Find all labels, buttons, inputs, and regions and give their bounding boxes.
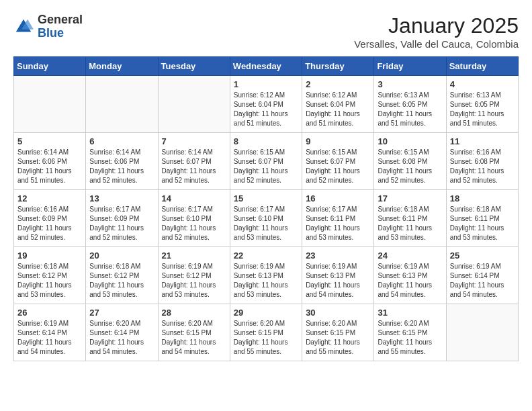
- day-cell: 27Sunrise: 6:20 AM Sunset: 6:14 PM Dayli…: [86, 304, 158, 361]
- day-info: Sunrise: 6:14 AM Sunset: 6:07 PM Dayligh…: [162, 148, 226, 185]
- day-cell: 12Sunrise: 6:16 AM Sunset: 6:09 PM Dayli…: [14, 190, 86, 247]
- day-number: 2: [306, 79, 370, 89]
- day-cell: 21Sunrise: 6:19 AM Sunset: 6:12 PM Dayli…: [158, 247, 230, 304]
- day-number: 28: [162, 308, 226, 318]
- day-number: 15: [234, 193, 298, 203]
- day-info: Sunrise: 6:17 AM Sunset: 6:11 PM Dayligh…: [306, 205, 370, 242]
- day-info: Sunrise: 6:19 AM Sunset: 6:14 PM Dayligh…: [17, 319, 82, 357]
- day-number: 17: [378, 193, 442, 203]
- day-cell: 20Sunrise: 6:18 AM Sunset: 6:12 PM Dayli…: [86, 247, 158, 304]
- weekday-header-sunday: Sunday: [14, 57, 86, 76]
- day-cell: 28Sunrise: 6:20 AM Sunset: 6:15 PM Dayli…: [158, 304, 230, 361]
- day-number: 16: [306, 193, 370, 203]
- day-info: Sunrise: 6:19 AM Sunset: 6:13 PM Dayligh…: [378, 262, 442, 300]
- day-cell: 26Sunrise: 6:19 AM Sunset: 6:14 PM Dayli…: [14, 304, 86, 361]
- day-cell: 29Sunrise: 6:20 AM Sunset: 6:15 PM Dayli…: [230, 304, 302, 361]
- day-cell: 24Sunrise: 6:19 AM Sunset: 6:13 PM Dayli…: [374, 247, 446, 304]
- day-info: Sunrise: 6:19 AM Sunset: 6:13 PM Dayligh…: [234, 262, 298, 300]
- day-number: 23: [306, 250, 370, 261]
- day-cell: 25Sunrise: 6:19 AM Sunset: 6:14 PM Dayli…: [446, 247, 518, 304]
- weekday-header-saturday: Saturday: [446, 57, 518, 76]
- day-info: Sunrise: 6:17 AM Sunset: 6:10 PM Dayligh…: [234, 205, 298, 242]
- day-cell: [86, 76, 158, 133]
- day-cell: 8Sunrise: 6:15 AM Sunset: 6:07 PM Daylig…: [230, 133, 302, 190]
- day-info: Sunrise: 6:12 AM Sunset: 6:04 PM Dayligh…: [234, 91, 298, 128]
- day-number: 11: [450, 136, 515, 146]
- title-block: January 2025 Versalles, Valle del Cauca,…: [354, 13, 519, 50]
- day-info: Sunrise: 6:20 AM Sunset: 6:15 PM Dayligh…: [306, 319, 370, 357]
- day-cell: 9Sunrise: 6:15 AM Sunset: 6:07 PM Daylig…: [302, 133, 374, 190]
- day-cell: 30Sunrise: 6:20 AM Sunset: 6:15 PM Dayli…: [302, 304, 374, 361]
- day-number: 6: [89, 136, 154, 146]
- day-info: Sunrise: 6:17 AM Sunset: 6:10 PM Dayligh…: [162, 205, 226, 242]
- day-info: Sunrise: 6:18 AM Sunset: 6:11 PM Dayligh…: [378, 205, 442, 242]
- logo-general: General: [38, 13, 83, 27]
- day-info: Sunrise: 6:16 AM Sunset: 6:09 PM Dayligh…: [17, 205, 82, 242]
- day-number: 20: [89, 250, 154, 261]
- day-info: Sunrise: 6:19 AM Sunset: 6:13 PM Dayligh…: [306, 262, 370, 300]
- day-info: Sunrise: 6:14 AM Sunset: 6:06 PM Dayligh…: [17, 148, 82, 185]
- day-info: Sunrise: 6:20 AM Sunset: 6:15 PM Dayligh…: [162, 319, 226, 357]
- day-cell: 19Sunrise: 6:18 AM Sunset: 6:12 PM Dayli…: [14, 247, 86, 304]
- day-cell: 4Sunrise: 6:13 AM Sunset: 6:05 PM Daylig…: [446, 76, 518, 133]
- day-cell: 31Sunrise: 6:20 AM Sunset: 6:15 PM Dayli…: [374, 304, 446, 361]
- weekday-header-wednesday: Wednesday: [230, 57, 302, 76]
- weekday-header-friday: Friday: [374, 57, 446, 76]
- day-number: 8: [234, 136, 298, 146]
- day-number: 10: [378, 136, 442, 146]
- logo-text: General Blue: [38, 13, 83, 40]
- day-cell: 15Sunrise: 6:17 AM Sunset: 6:10 PM Dayli…: [230, 190, 302, 247]
- day-number: 14: [162, 193, 226, 203]
- day-number: 31: [378, 308, 442, 318]
- day-info: Sunrise: 6:20 AM Sunset: 6:15 PM Dayligh…: [378, 319, 442, 357]
- day-number: 9: [306, 136, 370, 146]
- day-info: Sunrise: 6:20 AM Sunset: 6:14 PM Dayligh…: [89, 319, 154, 357]
- day-number: 13: [89, 193, 154, 203]
- logo-icon: [13, 17, 34, 37]
- day-cell: 14Sunrise: 6:17 AM Sunset: 6:10 PM Dayli…: [158, 190, 230, 247]
- day-number: 19: [17, 250, 82, 261]
- day-cell: 11Sunrise: 6:16 AM Sunset: 6:08 PM Dayli…: [446, 133, 518, 190]
- day-cell: 7Sunrise: 6:14 AM Sunset: 6:07 PM Daylig…: [158, 133, 230, 190]
- day-info: Sunrise: 6:15 AM Sunset: 6:07 PM Dayligh…: [306, 148, 370, 185]
- day-cell: [158, 76, 230, 133]
- day-number: 21: [162, 250, 226, 261]
- day-number: 24: [378, 250, 442, 261]
- weekday-header-tuesday: Tuesday: [158, 57, 230, 76]
- day-info: Sunrise: 6:19 AM Sunset: 6:14 PM Dayligh…: [450, 262, 515, 300]
- day-cell: 5Sunrise: 6:14 AM Sunset: 6:06 PM Daylig…: [14, 133, 86, 190]
- weekday-header-thursday: Thursday: [302, 57, 374, 76]
- day-info: Sunrise: 6:13 AM Sunset: 6:05 PM Dayligh…: [450, 91, 515, 128]
- day-info: Sunrise: 6:13 AM Sunset: 6:05 PM Dayligh…: [378, 91, 442, 128]
- day-info: Sunrise: 6:15 AM Sunset: 6:08 PM Dayligh…: [378, 148, 442, 185]
- day-number: 27: [89, 308, 154, 318]
- day-number: 7: [162, 136, 226, 146]
- day-cell: 18Sunrise: 6:18 AM Sunset: 6:11 PM Dayli…: [446, 190, 518, 247]
- day-cell: 22Sunrise: 6:19 AM Sunset: 6:13 PM Dayli…: [230, 247, 302, 304]
- day-info: Sunrise: 6:18 AM Sunset: 6:12 PM Dayligh…: [17, 262, 82, 300]
- day-number: 1: [234, 79, 298, 89]
- page-header: General Blue January 2025 Versalles, Val…: [13, 13, 519, 50]
- day-cell: [446, 304, 518, 361]
- week-row-2: 5Sunrise: 6:14 AM Sunset: 6:06 PM Daylig…: [14, 133, 519, 190]
- day-info: Sunrise: 6:20 AM Sunset: 6:15 PM Dayligh…: [234, 319, 298, 357]
- weekday-header-row: SundayMondayTuesdayWednesdayThursdayFrid…: [14, 57, 519, 76]
- day-number: 3: [378, 79, 442, 89]
- day-number: 30: [306, 308, 370, 318]
- day-info: Sunrise: 6:16 AM Sunset: 6:08 PM Dayligh…: [450, 148, 515, 185]
- day-cell: 1Sunrise: 6:12 AM Sunset: 6:04 PM Daylig…: [230, 76, 302, 133]
- day-number: 12: [17, 193, 82, 203]
- day-number: 25: [450, 250, 515, 261]
- day-info: Sunrise: 6:15 AM Sunset: 6:07 PM Dayligh…: [234, 148, 298, 185]
- day-cell: 2Sunrise: 6:12 AM Sunset: 6:04 PM Daylig…: [302, 76, 374, 133]
- location-subtitle: Versalles, Valle del Cauca, Colombia: [354, 38, 519, 50]
- week-row-4: 19Sunrise: 6:18 AM Sunset: 6:12 PM Dayli…: [14, 247, 519, 304]
- day-cell: 13Sunrise: 6:17 AM Sunset: 6:09 PM Dayli…: [86, 190, 158, 247]
- day-info: Sunrise: 6:18 AM Sunset: 6:11 PM Dayligh…: [450, 205, 515, 242]
- logo: General Blue: [13, 13, 83, 40]
- day-info: Sunrise: 6:14 AM Sunset: 6:06 PM Dayligh…: [89, 148, 154, 185]
- month-year-title: January 2025: [354, 13, 519, 38]
- weekday-header-monday: Monday: [86, 57, 158, 76]
- week-row-3: 12Sunrise: 6:16 AM Sunset: 6:09 PM Dayli…: [14, 190, 519, 247]
- week-row-1: 1Sunrise: 6:12 AM Sunset: 6:04 PM Daylig…: [14, 76, 519, 133]
